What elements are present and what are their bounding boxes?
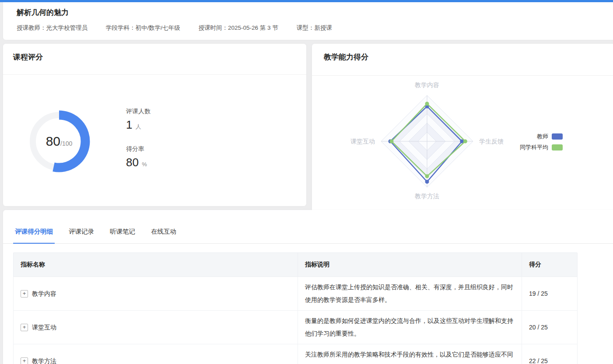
radar-axis-label-method: 教学方法 bbox=[415, 192, 439, 200]
radar-card-title: 教学能力得分 bbox=[324, 52, 368, 62]
indicator-description: 关注教师所采用的教学策略和技术手段的有效性，以及它们是否能够适应不同的学习目标和… bbox=[298, 344, 522, 364]
course-meta-item: 学段学科：初中/数学/七年级 bbox=[106, 24, 180, 32]
indicator-description: 评估教师在课堂上传授的知识是否准确、相关、有深度，并且组织良好，同时使用的教学资… bbox=[298, 277, 522, 311]
raters-value: 1 人 bbox=[126, 118, 141, 132]
tab-online-interaction[interactable]: 在线互动 bbox=[149, 228, 178, 243]
peer-average-series-swatch bbox=[552, 144, 563, 150]
column-header-indicator-desc: 指标说明 bbox=[298, 252, 522, 277]
tab-listening-notes[interactable]: 听课笔记 bbox=[108, 228, 137, 243]
indicator-score: 20 / 25 bbox=[522, 311, 578, 344]
expand-row-button[interactable]: + bbox=[21, 324, 28, 331]
column-header-indicator-name: 指标名称 bbox=[13, 252, 298, 277]
indicator-name: 课堂互动 bbox=[32, 324, 56, 331]
score-rate-value: 80 % bbox=[126, 156, 147, 169]
course-meta-row: 授课教师：光大学校管理员学段学科：初中/数学/七年级授课时间：2025-05-2… bbox=[17, 24, 332, 32]
indicator-description: 衡量的是教师如何促进课堂内的交流与合作，以及这些互动对学生理解和支持他们学习的重… bbox=[298, 311, 522, 344]
teaching-ability-card: 教学能力得分 教学内容 学生反馈 教学方法 课堂互动 教师 同学科平均 bbox=[312, 44, 613, 212]
column-header-score: 得分 bbox=[522, 252, 578, 277]
indicator-score: 19 / 25 bbox=[522, 277, 578, 311]
donut-center-label: 80/100 bbox=[46, 134, 73, 149]
table-header-row: 指标名称 指标说明 得分 bbox=[13, 252, 578, 277]
course-score-card: 课程评分 80/100 评课人数 1 人 得分率 80 % bbox=[3, 44, 306, 206]
page-title: 解析几何的魅力 bbox=[17, 7, 69, 18]
score-rate-label: 得分率 bbox=[126, 145, 144, 153]
indicator-name: 教学方法 bbox=[32, 357, 56, 364]
table-row: +课堂互动衡量的是教师如何促进课堂内的交流与合作，以及这些互动对学生理解和支持他… bbox=[13, 311, 578, 344]
tab-score-detail[interactable]: 评课得分明细 bbox=[13, 228, 55, 243]
legend-item-teacher[interactable]: 教师 bbox=[461, 131, 563, 142]
expand-row-button[interactable]: + bbox=[21, 290, 28, 298]
donut-score-value: 80 bbox=[46, 134, 60, 148]
raters-label: 评课人数 bbox=[126, 108, 151, 116]
course-header-card: 解析几何的魅力 授课教师：光大学校管理员学段学科：初中/数学/七年级授课时间：2… bbox=[3, 2, 613, 40]
legend-item-peer-average[interactable]: 同学科平均 bbox=[461, 142, 563, 153]
table-row: +教学内容评估教师在课堂上传授的知识是否准确、相关、有深度，并且组织良好，同时使… bbox=[13, 277, 578, 311]
table-body: +教学内容评估教师在课堂上传授的知识是否准确、相关、有深度，并且组织良好，同时使… bbox=[13, 277, 578, 364]
radar-axis-label-interaction: 课堂互动 bbox=[329, 138, 375, 146]
expand-row-button[interactable]: + bbox=[21, 357, 28, 364]
indicator-score: 22 / 25 bbox=[522, 344, 578, 364]
table-row: +教学方法关注教师所采用的教学策略和技术手段的有效性，以及它们是否能够适应不同的… bbox=[13, 344, 578, 364]
tab-bar: 评课得分明细 评课记录 听课笔记 在线互动 bbox=[3, 210, 613, 244]
course-meta-item: 课型：新授课 bbox=[297, 24, 332, 32]
course-meta-item: 授课教师：光大学校管理员 bbox=[17, 24, 88, 32]
indicator-table: 指标名称 指标说明 得分 +教学内容评估教师在课堂上传授的知识是否准确、相关、有… bbox=[13, 252, 578, 364]
indicator-name: 教学内容 bbox=[32, 290, 56, 297]
donut-score-max: /100 bbox=[60, 140, 72, 147]
radar-axis-label-content: 教学内容 bbox=[415, 81, 439, 89]
course-meta-item: 授课时间：2025-05-26 第 3 节 bbox=[199, 24, 278, 32]
score-card-title: 课程评分 bbox=[13, 52, 43, 62]
teacher-series-swatch bbox=[552, 133, 563, 140]
radar-legend: 教师 同学科平均 bbox=[461, 131, 563, 153]
evaluation-detail-card: 评课得分明细 评课记录 听课笔记 在线互动 指标名称 指标说明 得分 +教学内容… bbox=[3, 210, 613, 364]
tab-evaluation-records[interactable]: 评课记录 bbox=[67, 228, 96, 243]
